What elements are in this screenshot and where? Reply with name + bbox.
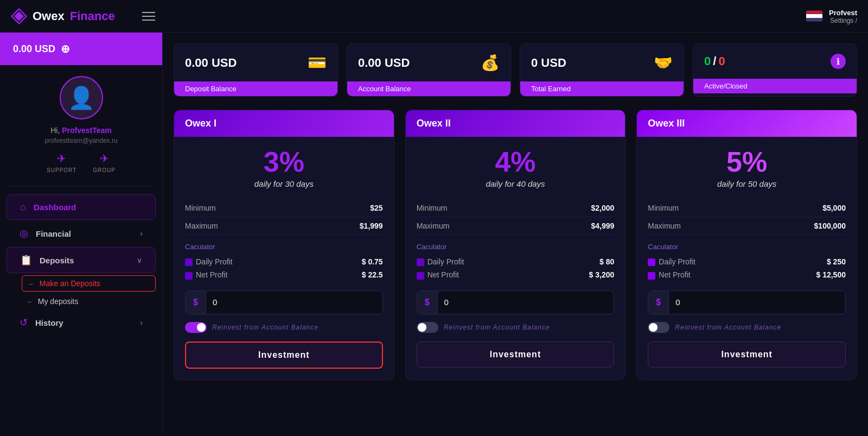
plan-1-reinvest-row: Reinvest from Account Balance xyxy=(185,322,383,333)
sidebar-item-deposits[interactable]: 📋 Deposits ∨ xyxy=(7,247,156,273)
sidebar-item-dashboard[interactable]: ⌂ Dashboard xyxy=(7,194,156,220)
logo: Owex Finance xyxy=(11,8,115,24)
top-settings-link[interactable]: Settings / xyxy=(829,16,857,24)
account-balance-label: Account Balance xyxy=(347,81,510,96)
plan-3-net-label: Net Profit xyxy=(659,270,690,279)
plan-3-calculator-label: Caculator xyxy=(648,243,846,251)
deposit-balance-label: Deposit Balance xyxy=(174,81,337,96)
plan-1-daily-value: $ 0.75 xyxy=(362,257,383,266)
plan-1-calculator-label: Caculator xyxy=(185,243,383,251)
deposit-balance-value: 0.00 USD xyxy=(185,56,237,70)
sidebar-username: ProfvestTeam xyxy=(62,126,112,135)
plan-1-period: daily for 30 days xyxy=(185,179,383,188)
plan-2-period: daily for 40 days xyxy=(417,179,615,188)
financial-arrow-icon: › xyxy=(140,229,143,238)
support-icon-item[interactable]: ✈ SUPPORT xyxy=(47,152,76,173)
plan-1-body: 3% daily for 30 days Minimum $25 Maximum… xyxy=(174,137,394,380)
plan-3-header: Owex III xyxy=(637,110,857,137)
plan-3-percent: 5% xyxy=(648,148,846,176)
my-deposits-dash: – xyxy=(27,297,31,306)
plan-card-owex-1: Owex I 3% daily for 30 days Minimum $25 … xyxy=(174,110,394,380)
plan-2-body: 4% daily for 40 days Minimum $2,000 Maxi… xyxy=(406,137,626,378)
total-earned-icon: 🤝 xyxy=(654,54,673,72)
plan-2-invest-button[interactable]: Investment xyxy=(417,342,615,368)
plan-1-reinvest-label: Reinvest from Account Balance xyxy=(212,324,318,331)
plan-3-net-indicator xyxy=(648,272,655,280)
plan-2-input[interactable] xyxy=(438,291,614,313)
plan-2-minimum-label: Minimum xyxy=(417,204,448,212)
my-deposits-label: My deposits xyxy=(38,297,79,306)
plan-3-reinvest-label: Reinvest from Account Balance xyxy=(675,324,781,331)
plan-1-input[interactable] xyxy=(206,291,382,313)
plan-card-owex-2: Owex II 4% daily for 40 days Minimum $2,… xyxy=(405,110,626,380)
sidebar-item-my-deposits[interactable]: – My deposits xyxy=(0,293,162,310)
logo-finance: Finance xyxy=(70,9,115,23)
total-earned-label: Total Earned xyxy=(520,81,684,96)
plan-3-reinvest-row: Reinvest from Account Balance xyxy=(648,322,846,333)
account-balance-value: 0.00 USD xyxy=(358,56,410,70)
plan-2-title: Owex II xyxy=(417,118,451,129)
plan-3-net-profit-row: Net Profit $ 12,500 xyxy=(648,268,846,281)
top-user-info: Profvest Settings / xyxy=(829,8,857,24)
logo-icon xyxy=(11,8,27,24)
plan-3-input-prefix: $ xyxy=(648,291,669,314)
stat-card-top-earned: 0 USD 🤝 xyxy=(520,44,684,81)
plan-2-minimum-row: Minimum $2,000 xyxy=(417,199,615,217)
balance-plus-icon: ⊕ xyxy=(61,42,70,55)
plan-3-minimum-value: $5,000 xyxy=(822,204,846,212)
plan-2-reinvest-toggle[interactable] xyxy=(417,322,438,333)
sidebar-item-history[interactable]: ↺ History › xyxy=(7,311,156,334)
plan-2-daily-indicator xyxy=(417,258,424,266)
plan-2-daily-value: $ 80 xyxy=(599,257,614,266)
plan-1-net-value: $ 22.5 xyxy=(362,270,383,279)
balance-button[interactable]: 0.00 USD ⊕ xyxy=(0,33,162,65)
flag-icon[interactable] xyxy=(806,11,822,22)
plan-3-daily-profit-row: Daily Profit $ 250 xyxy=(648,255,846,268)
history-label: History xyxy=(35,318,63,327)
plan-2-calculator-label: Caculator xyxy=(417,243,615,251)
plan-2-input-prefix: $ xyxy=(417,291,438,314)
plan-1-net-indicator xyxy=(185,272,193,280)
deposits-icon: 📋 xyxy=(20,254,32,266)
plan-1-net-label: Net Profit xyxy=(196,270,227,279)
sidebar-nav: ⌂ Dashboard ◎ Financial › 📋 Deposits ∨ –… xyxy=(0,187,162,340)
plan-2-net-profit-row: Net Profit $ 3,200 xyxy=(417,268,615,281)
plan-3-title: Owex III xyxy=(648,118,685,129)
sidebar-item-make-deposit[interactable]: – Make an Deposits xyxy=(22,275,156,292)
support-icon: ✈ xyxy=(57,152,66,165)
plan-3-reinvest-toggle[interactable] xyxy=(648,322,669,333)
hamburger-menu[interactable] xyxy=(142,12,155,21)
plan-card-owex-3: Owex III 5% daily for 50 days Minimum $5… xyxy=(636,110,857,380)
plan-1-daily-label: Daily Profit xyxy=(196,257,233,266)
sidebar-profile: 👤 Hi, ProfvestTeam profvestteam@yandex.r… xyxy=(0,65,162,186)
plan-1-maximum-value: $1,999 xyxy=(360,222,383,230)
sidebar-quick-icons: ✈ SUPPORT ✈ GROUP xyxy=(47,152,116,173)
plan-3-invest-button[interactable]: Investment xyxy=(648,342,846,368)
plan-1-percent: 3% xyxy=(185,148,383,176)
plan-1-daily-profit-row: Daily Profit $ 0.75 xyxy=(185,255,383,268)
avatar: 👤 xyxy=(60,76,103,119)
stat-card-active-closed: 0 / 0 ℹ Active/Closed xyxy=(693,43,857,97)
support-label: SUPPORT xyxy=(47,167,76,173)
plan-2-net-label: Net Profit xyxy=(427,270,459,279)
plan-1-invest-button[interactable]: Investment xyxy=(185,342,383,369)
plan-3-maximum-label: Maximum xyxy=(648,222,681,230)
group-icon-item[interactable]: ✈ GROUP xyxy=(93,152,116,173)
plan-1-minimum-row: Minimum $25 xyxy=(185,199,383,217)
deposits-label: Deposits xyxy=(40,256,74,265)
sidebar-item-financial[interactable]: ◎ Financial › xyxy=(7,222,156,245)
plan-1-maximum-label: Maximum xyxy=(185,222,218,230)
top-right-area: Profvest Settings / xyxy=(806,8,857,24)
plan-3-input-row: $ xyxy=(648,290,846,314)
plan-1-title: Owex I xyxy=(185,118,216,129)
plan-1-minimum-value: $25 xyxy=(370,204,382,212)
active-closed-values: 0 / 0 xyxy=(704,54,725,68)
plan-1-daily-indicator xyxy=(185,258,193,266)
plan-2-daily-label: Daily Profit xyxy=(427,257,464,266)
history-arrow-icon: › xyxy=(140,318,143,327)
plan-3-daily-value: $ 250 xyxy=(827,257,846,266)
plan-3-input[interactable] xyxy=(669,291,845,313)
stats-row: 0.00 USD 💳 Deposit Balance 0.00 USD 💰 Ac… xyxy=(174,43,857,97)
plan-1-reinvest-toggle[interactable] xyxy=(185,322,207,333)
account-balance-icon: 💰 xyxy=(481,54,500,72)
